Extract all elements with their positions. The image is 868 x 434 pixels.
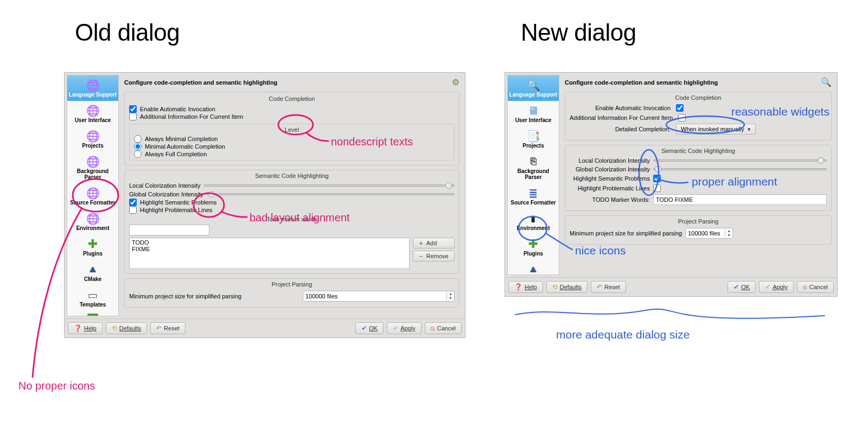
sidebar-item-source-formatter[interactable]: Source Formatter [67, 183, 118, 209]
annotation-no-proper-icons: No proper icons [18, 380, 95, 392]
sidebar-item-label: Source Formatter [510, 200, 556, 206]
local-intensity-slider[interactable] [203, 184, 455, 187]
step-down-icon[interactable]: ▼ [725, 233, 732, 238]
checkbox[interactable] [129, 113, 137, 120]
checkbox-label: Highlight Problematic Lines [140, 207, 212, 213]
sidebar-item-background-parser[interactable]: Background Parser [67, 152, 118, 183]
spinbox-value[interactable] [686, 230, 725, 237]
sidebar-item-templates[interactable]: Templates [67, 285, 118, 311]
sidebar-item-projects[interactable]: Projects [67, 126, 118, 152]
monitor-icon [526, 104, 541, 117]
cancel-button[interactable]: ⦸Cancel [797, 281, 834, 293]
sidebar-item-cmake[interactable]: CMake [67, 260, 118, 285]
additional-information-checkbox[interactable]: Additional Information For Current Item [129, 113, 455, 120]
defaults-button[interactable]: ⟲Defaults [106, 322, 147, 334]
sidebar-item-plugins[interactable]: Plugins [508, 234, 559, 260]
checkbox[interactable] [129, 105, 137, 113]
help-icon: ❓ [74, 324, 82, 332]
reset-icon: ↶ [156, 324, 162, 332]
highlight-semantic-checkbox[interactable] [653, 175, 661, 182]
min-project-size-label: Minimum project size for simplified pars… [570, 230, 682, 237]
cancel-button[interactable]: ⦸Cancel [425, 322, 462, 334]
group-title: Semantic Code Highlighting [129, 173, 455, 181]
sidebar-item-label: User Interface [75, 117, 111, 123]
sidebar-item-label: Language Support [509, 92, 557, 98]
enable-automatic-invocation-checkbox[interactable] [676, 104, 684, 112]
annotation-proper-alignment: proper alignment [692, 175, 777, 188]
local-intensity-label: Local Colorization Intensity [129, 182, 200, 189]
reset-button[interactable]: ↶Reset [591, 281, 626, 293]
magnifier-icon [526, 79, 541, 92]
sidebar-item-projects[interactable]: Projects [508, 126, 559, 152]
reset-button[interactable]: ↶Reset [150, 322, 186, 334]
todo-input[interactable] [129, 225, 209, 235]
defaults-icon: ⟲ [552, 283, 558, 291]
sidebar-item-language-support[interactable]: Language Support [508, 75, 559, 101]
sidebar-item-user-interface[interactable]: User Interface [67, 101, 118, 126]
global-intensity-label: Global Colorization Intensity [570, 166, 650, 173]
checkbox[interactable] [129, 199, 137, 206]
button-label: Cancel [437, 325, 456, 331]
global-intensity-slider[interactable] [653, 168, 827, 170]
ok-button[interactable]: ✔OK [727, 281, 756, 293]
additional-info-label: Additional Information For Current Item [570, 114, 675, 121]
help-button[interactable]: ❓Help [508, 281, 543, 293]
list-item[interactable]: FIXME [132, 246, 407, 252]
group-title: Code Completion [570, 94, 827, 103]
highlight-problematic-checkbox[interactable] [653, 184, 661, 192]
sidebar-item-source-formatter[interactable]: Source Formatter [508, 183, 559, 209]
radio[interactable] [134, 143, 142, 150]
sidebar-item-plugins[interactable]: Plugins [67, 234, 118, 260]
add-button[interactable]: ＋Add [413, 238, 455, 248]
radio[interactable] [134, 150, 142, 158]
sidebar-item-environment[interactable]: Environment [508, 209, 559, 234]
step-down-icon[interactable]: ▼ [447, 296, 454, 301]
gear-icon[interactable]: ⚙ [452, 77, 459, 87]
sidebar-item-cmake[interactable]: CMake [508, 260, 559, 275]
ok-button[interactable]: ✔OK [355, 322, 384, 334]
formatter-icon [526, 187, 541, 200]
sidebar-item-label: Language Support [69, 92, 117, 98]
help-button[interactable]: ❓Help [68, 322, 103, 334]
min-project-size-spinbox[interactable]: ▲▼ [685, 228, 733, 239]
spinbox-value[interactable] [303, 293, 446, 299]
sidebar-item-background-parser[interactable]: Background Parser [508, 152, 559, 183]
todo-listbox[interactable]: TODO FIXME [129, 238, 410, 269]
highlight-semantic-checkbox[interactable]: Highlight Semantic Problems [129, 199, 455, 206]
cancel-icon: ⦸ [431, 324, 435, 332]
content-title: Configure code-completion and semantic h… [124, 79, 277, 86]
enable-automatic-invocation-checkbox[interactable]: Enable Automatic Invocation [129, 105, 455, 113]
checkbox[interactable] [129, 206, 137, 214]
detailed-completion-combobox[interactable]: When invoked manually ▾ [676, 124, 756, 135]
todo-marker-label: TODO Marker Words: [570, 196, 650, 203]
defaults-button[interactable]: ⟲Defaults [546, 281, 588, 293]
highlight-problematic-label: Highlight Problematic Lines [570, 185, 650, 192]
additional-information-checkbox[interactable] [678, 114, 686, 122]
new-dialog-title: New dialog [521, 19, 636, 46]
button-label: Apply [400, 325, 416, 331]
button-label: Help [525, 284, 537, 290]
level-option-2[interactable]: Always Full Completion [134, 150, 450, 158]
local-intensity-slider[interactable] [653, 159, 827, 162]
todo-marker-input[interactable] [653, 194, 827, 205]
step-up-icon[interactable]: ▲ [725, 229, 732, 233]
sidebar-item-environment[interactable]: Environment [67, 209, 118, 234]
sidebar-item-label: Projects [522, 143, 544, 149]
sidebar-item-user-interface[interactable]: User Interface [508, 101, 559, 126]
apply-button[interactable]: ✔Apply [387, 322, 422, 334]
button-label: Reset [604, 284, 620, 290]
step-up-icon[interactable]: ▲ [447, 292, 454, 296]
radio[interactable] [134, 135, 142, 143]
checkbox-label: Enable Automatic Invocation [140, 106, 215, 112]
magnifier-icon[interactable]: 🔍 [821, 77, 832, 87]
sidebar-item-language-support[interactable]: Language Support [67, 75, 118, 101]
button-label: OK [741, 284, 750, 290]
remove-button[interactable]: －Remove [413, 251, 455, 261]
global-intensity-slider[interactable] [207, 193, 455, 195]
sidebar-item-qt[interactable] [67, 311, 118, 316]
checkbox-label: Highlight Semantic Problems [140, 199, 216, 206]
apply-button[interactable]: ✔Apply [759, 281, 794, 293]
min-project-size-spinbox[interactable]: ▲▼ [303, 291, 455, 302]
list-item[interactable]: TODO [132, 239, 407, 246]
check-icon: ✔ [765, 283, 770, 291]
